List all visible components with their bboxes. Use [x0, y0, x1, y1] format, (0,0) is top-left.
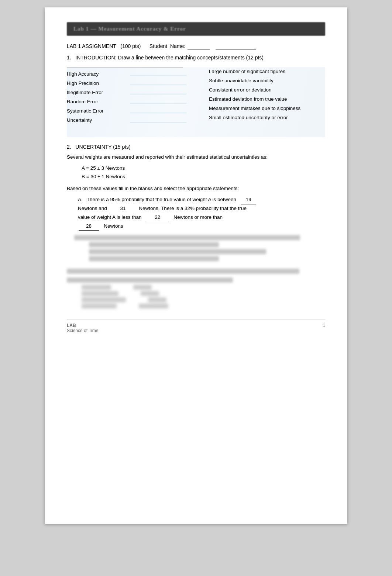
- blurred-b-i: [89, 242, 219, 247]
- banner-text: Lab 1 — Measurement Accuracy & Error: [73, 26, 186, 32]
- left-item-3: Illegitimate Error: [67, 88, 183, 97]
- left-item-1: High Accuracy: [67, 70, 183, 79]
- assignment-label: LAB 1 ASSIGNMENT: [67, 43, 116, 49]
- matching-left-column: High Accuracy High Precision Illegitimat…: [67, 67, 183, 125]
- right-item-1: Large number of significant figures: [209, 67, 325, 76]
- blank-3-value: 22: [155, 214, 160, 220]
- section2-heading: UNCERTAINTY (15 pts): [75, 144, 130, 150]
- footer-sub-label: Science of Time: [67, 328, 98, 333]
- blank-2-value: 31: [120, 206, 126, 211]
- section2-intro: Several weights are measured and reporte…: [67, 154, 325, 161]
- blurred-row-b: [82, 291, 325, 296]
- blurred-section-b: [74, 235, 325, 261]
- blurred-answer-a: [133, 285, 152, 290]
- matching-right-column: Large number of significant figures Subt…: [209, 67, 325, 125]
- right-item-2: Subtle unavoidable variability: [209, 76, 325, 86]
- question-a-text5: Newtons or more than: [173, 214, 223, 220]
- blurred-b-items: [89, 242, 325, 261]
- blurred-label-a: [82, 285, 111, 290]
- page: Lab 1 — Measurement Accuracy & Error LAB…: [45, 7, 347, 524]
- blurred-section3-header: [67, 269, 325, 274]
- question-a-text2: Newtons and: [78, 206, 107, 211]
- blurred-b-ii: [89, 249, 266, 254]
- weight-b: B = 30 ± 1 Newtons: [82, 173, 325, 181]
- blank-2: 31: [112, 204, 134, 213]
- blurred-label-c: [82, 297, 126, 302]
- blurred-section3-line: [67, 269, 299, 274]
- footer-page-number: 1: [323, 323, 325, 333]
- weight-values: A = 25 ± 3 Newtons B = 30 ± 1 Newtons: [82, 164, 325, 181]
- left-item-4: Random Error: [67, 97, 183, 107]
- student-label: Student_Name:: [149, 43, 185, 49]
- header-banner: Lab 1 — Measurement Accuracy & Error: [67, 22, 325, 36]
- footer: LAB Science of Time 1: [67, 320, 325, 333]
- question-a-label: A.: [78, 197, 83, 202]
- section1-heading: INTRODUCTION: Draw a line between the ma…: [75, 55, 264, 61]
- right-item-5: Measurement mistakes due to sloppiness: [209, 104, 325, 113]
- blurred-b-header: [74, 235, 300, 240]
- weight-a: A = 25 ± 3 Newtons: [82, 164, 325, 173]
- right-item-3: Consistent error or deviation: [209, 86, 325, 95]
- section1-number: 1.: [67, 55, 71, 61]
- left-item-5: Systematic Error: [67, 107, 183, 116]
- question-a-text6: Newtons: [104, 223, 123, 229]
- blank-4-value: 28: [86, 223, 92, 229]
- student-name-blank2: [216, 43, 256, 49]
- blurred-answer-b: [141, 291, 159, 296]
- student-name-blank1: [188, 43, 210, 49]
- question-a-text3: Newtons. There is a 32% probability that…: [139, 206, 247, 211]
- blurred-label-b: [82, 291, 118, 296]
- question-a: A. There is a 95% probability that the t…: [78, 196, 325, 231]
- left-item-2: High Precision: [67, 79, 183, 88]
- blurred-sigfigs-rows: [67, 285, 325, 308]
- question-a-text1: There is a 95% probability that the true…: [87, 197, 236, 202]
- blurred-sigfigs: [67, 277, 325, 308]
- blank-4: 28: [79, 222, 99, 231]
- matching-area: High Accuracy High Precision Illegitimat…: [67, 67, 325, 137]
- blurred-answer-d: [139, 304, 168, 308]
- blurred-b-iii: [89, 256, 219, 261]
- question-a-text4: value of weight A is less than: [78, 214, 142, 220]
- blurred-row-a: [82, 285, 325, 290]
- blurred-answer-c: [148, 297, 166, 302]
- section2-title: 2. UNCERTAINTY (15 pts): [67, 144, 325, 150]
- right-item-4: Estimated deviation from true value: [209, 95, 325, 104]
- points-label: (100 pts): [120, 43, 141, 49]
- section2: 2. UNCERTAINTY (15 pts) Several weights …: [67, 144, 325, 261]
- left-item-6: Uncertainty: [67, 116, 183, 125]
- section2-instructions: Based on these values fill in the blanks…: [67, 185, 325, 193]
- section1-title: 1. INTRODUCTION: Draw a line between the…: [67, 55, 325, 61]
- blurred-row-c: [82, 297, 325, 302]
- blank-3: 22: [147, 213, 169, 222]
- section2-number: 2.: [67, 144, 71, 150]
- blank-1-value: 19: [246, 197, 251, 202]
- footer-left: LAB Science of Time: [67, 323, 98, 333]
- blurred-sigfigs-header: [67, 277, 233, 283]
- right-item-6: Small estimated uncertainty or error: [209, 113, 325, 123]
- footer-lab-label: LAB: [67, 323, 98, 328]
- assignment-header: LAB 1 ASSIGNMENT (100 pts) Student_Name:: [67, 43, 325, 49]
- matching-columns: High Accuracy High Precision Illegitimat…: [67, 67, 325, 125]
- blurred-label-d: [82, 304, 117, 308]
- blank-1: 19: [241, 196, 256, 204]
- blurred-row-d: [82, 304, 325, 308]
